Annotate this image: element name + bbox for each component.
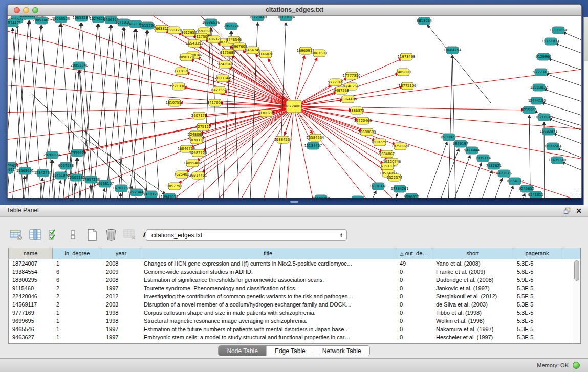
cell-name[interactable]: 9465546 <box>9 325 53 333</box>
cell-out-de-[interactable]: 0 <box>396 292 432 300</box>
new-document-icon[interactable] <box>85 228 99 242</box>
cell-title[interactable]: Investigating the contribution of common… <box>140 292 396 300</box>
zoom-window-button[interactable] <box>32 7 38 13</box>
table-row[interactable]: 969969511998Structural magnetic resonanc… <box>9 317 573 325</box>
vertical-scrollbar[interactable] <box>573 259 580 343</box>
cell-title[interactable]: Estimation of significance thresholds fo… <box>140 276 396 284</box>
network-window[interactable]: citations_edges.txt 14055724206005592089… <box>7 4 582 198</box>
resize-grip-icon[interactable] <box>578 194 580 197</box>
cell-in-degree[interactable]: 1 <box>53 325 102 333</box>
row-filter-icon[interactable] <box>66 228 80 242</box>
table-row[interactable]: 946362711997Embryonic stem cells: a mode… <box>9 333 573 341</box>
cell-name[interactable]: 9699695 <box>9 317 53 325</box>
cell-short[interactable]: Nakamura et al. (1997) <box>432 325 513 333</box>
cell-title[interactable]: Tourette syndrome. Phenomenology and cla… <box>140 284 396 292</box>
cell-name[interactable]: 22420046 <box>9 292 53 300</box>
column-header-short[interactable]: short <box>432 248 513 259</box>
cell-out-de-[interactable]: 0 <box>396 268 432 276</box>
cell-name[interactable]: 18724007 <box>9 259 53 268</box>
cell-out-de-[interactable]: 0 <box>396 325 432 333</box>
cell-year[interactable]: 2003 <box>102 300 140 309</box>
cell-in-degree[interactable]: 1 <box>53 333 102 341</box>
cell-title[interactable]: Corpus callosum shape and size in male p… <box>140 309 396 317</box>
table-row[interactable]: 1938455462009Genome-wide association stu… <box>9 268 573 276</box>
cell-year[interactable]: 1997 <box>102 333 140 341</box>
cell-in-degree[interactable]: 2 <box>53 300 102 309</box>
tab-edge-table[interactable]: Edge Table <box>267 346 314 356</box>
column-header-in-degree[interactable]: in_degree <box>53 248 102 259</box>
cell-name[interactable]: 9777169 <box>9 309 53 317</box>
cell-out-de-[interactable]: 0 <box>396 317 432 325</box>
cell-in-degree[interactable]: 6 <box>53 268 102 276</box>
table-row[interactable]: 2242004622012Investigating the contribut… <box>9 292 573 300</box>
cell-title[interactable]: Structural magnetic resonance image aver… <box>140 317 396 325</box>
cell-out-de-[interactable]: 0 <box>396 309 432 317</box>
cell-name[interactable]: 14569117 <box>9 300 53 309</box>
column-header-out-de-[interactable]: △out_de… <box>396 248 432 259</box>
cell-title[interactable]: Genome-wide association studies in ADHD. <box>140 268 396 276</box>
table-selector-dropdown[interactable]: citations_edges.txt ▲▼ <box>146 229 347 241</box>
cell-year[interactable]: 2008 <box>102 276 140 284</box>
cell-year[interactable]: 1997 <box>102 284 140 292</box>
cell-pagerank[interactable]: 5.9E-5 <box>513 276 561 284</box>
cell-in-degree[interactable]: 1 <box>53 317 102 325</box>
column-header-title[interactable]: title <box>140 248 396 259</box>
network-window-titlebar[interactable]: citations_edges.txt <box>8 5 581 16</box>
cell-short[interactable]: de Silva et al. (2003) <box>432 300 513 309</box>
column-header-name[interactable]: name <box>9 248 53 259</box>
cell-title[interactable]: Estimation of the future numbers of pati… <box>140 325 396 333</box>
cell-short[interactable]: Dudbridge et al. (2008) <box>432 276 513 284</box>
select-all-icon[interactable] <box>47 228 61 242</box>
cell-pagerank[interactable]: 5.6E-5 <box>513 268 561 276</box>
select-columns-icon[interactable] <box>28 228 42 242</box>
cell-in-degree[interactable]: 6 <box>53 276 102 284</box>
cell-out-de-[interactable]: 0 <box>396 276 432 284</box>
cell-short[interactable]: Tibbo et al. (1998) <box>432 309 513 317</box>
cell-year[interactable]: 2008 <box>102 259 140 268</box>
close-window-button[interactable] <box>14 7 20 13</box>
table-row[interactable]: 1830029562008Estimation of significance … <box>9 276 573 284</box>
cell-short[interactable]: Jankovic et al. (1997) <box>432 284 513 292</box>
cell-in-degree[interactable]: 2 <box>53 284 102 292</box>
cell-pagerank[interactable]: 5.3E-5 <box>513 300 561 309</box>
cell-short[interactable]: Hescheler et al. (1997) <box>432 333 513 341</box>
cell-title[interactable]: Changes of HCN gene expression and I(f) … <box>140 259 396 268</box>
cell-short[interactable]: Wolkin et al. (1998) <box>432 317 513 325</box>
cell-short[interactable]: Stergiakouli et al. (2012) <box>432 292 513 300</box>
table-row[interactable]: 977716911998Corpus callosum shape and si… <box>9 309 573 317</box>
table-row[interactable]: 1872400712008Changes of HCN gene express… <box>9 259 573 268</box>
cell-short[interactable]: Franke et al. (2009) <box>432 268 513 276</box>
cell-title[interactable]: Embryonic stem cells: a model to study s… <box>140 333 396 341</box>
cell-title[interactable]: Disruption of a novel member of a sodium… <box>140 300 396 309</box>
table-row[interactable]: 1456911722003Disruption of a novel membe… <box>9 300 573 309</box>
cell-year[interactable]: 1997 <box>102 325 140 333</box>
table-row[interactable]: 911546021997Tourette syndrome. Phenomeno… <box>9 284 573 292</box>
tab-network-table[interactable]: Network Table <box>314 346 369 356</box>
tab-node-table[interactable]: Node Table <box>219 346 267 356</box>
column-header-year[interactable]: year <box>102 248 140 259</box>
cell-out-de-[interactable]: 0 <box>396 284 432 292</box>
resize-grip-icon[interactable] <box>575 191 580 197</box>
column-header-pagerank[interactable]: pagerank <box>513 248 561 259</box>
cell-name[interactable]: 9115460 <box>9 284 53 292</box>
cell-pagerank[interactable]: 5.5E-5 <box>513 292 561 300</box>
table-row[interactable]: 946554611997Estimation of the future num… <box>9 325 573 333</box>
cell-pagerank[interactable]: 5.3E-5 <box>513 309 561 317</box>
cell-pagerank[interactable]: 5.3E-5 <box>513 259 561 268</box>
cell-pagerank[interactable]: 5.3E-5 <box>513 325 561 333</box>
cell-year[interactable]: 1998 <box>102 309 140 317</box>
panel-splitter-handle[interactable] <box>290 201 298 203</box>
cell-name[interactable]: 18300295 <box>9 276 53 284</box>
cell-short[interactable]: Yano et al. (2008) <box>432 259 513 268</box>
cell-pagerank[interactable]: 5.3E-5 <box>513 333 561 341</box>
delete-icon[interactable] <box>104 228 118 242</box>
cell-in-degree[interactable]: 1 <box>53 259 102 268</box>
cell-out-de-[interactable]: 0 <box>396 333 432 341</box>
float-window-icon[interactable] <box>563 207 571 215</box>
minimize-window-button[interactable] <box>23 7 29 13</box>
cell-year[interactable]: 2012 <box>102 292 140 300</box>
cell-out-de-[interactable]: 0 <box>396 300 432 309</box>
cell-in-degree[interactable]: 1 <box>53 309 102 317</box>
cell-pagerank[interactable]: 5.3E-5 <box>513 284 561 292</box>
scrollbar-thumb[interactable] <box>574 260 579 281</box>
